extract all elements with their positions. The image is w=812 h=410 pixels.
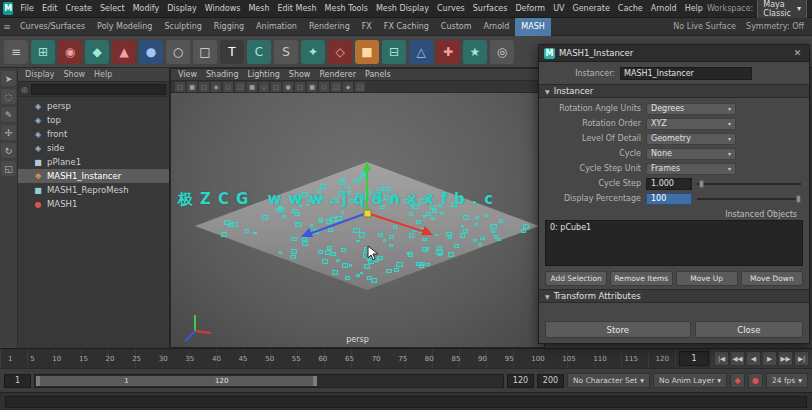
instanced-objects-list[interactable]: 0: pCube1	[545, 220, 803, 266]
viewport-toolbar-icon[interactable]: □	[295, 82, 305, 92]
outliner-item[interactable]: ❖ MASH1_Instancer	[18, 169, 169, 183]
viewport-menu-item[interactable]: Panels	[365, 69, 391, 80]
viewport-toolbar-icon[interactable]: ■	[187, 82, 197, 92]
menu-item[interactable]: Select	[96, 0, 129, 18]
scale-tool-icon[interactable]: ◱	[1, 161, 16, 176]
viewport-menu-item[interactable]: Lighting	[247, 69, 279, 80]
close-button[interactable]: Close	[695, 321, 803, 338]
close-icon[interactable]: ✕	[791, 48, 804, 58]
outliner-item[interactable]: ◈ side	[18, 141, 169, 155]
viewport-panel[interactable]: ViewShadingLightingShowRendererPanels □■…	[170, 68, 545, 348]
menu-item[interactable]: Windows	[201, 0, 245, 18]
menu-item[interactable]: Curves	[433, 0, 469, 18]
instancer-name-field[interactable]: MASH1_Instancer	[620, 67, 752, 80]
range-end-handle[interactable]	[313, 376, 317, 386]
step-back-button[interactable]: ◀◀	[730, 351, 745, 366]
range-slider[interactable]: 1 120	[34, 374, 504, 388]
attribute-control[interactable]: Geometry ▾	[646, 133, 736, 145]
step-forward-button[interactable]: ▶▶	[778, 351, 793, 366]
list-action-button[interactable]: Add Selection	[545, 271, 607, 286]
shelf-tab[interactable]: Sculpting	[158, 18, 207, 36]
mash-repro-icon[interactable]: ▲	[112, 40, 136, 64]
section-header-transform[interactable]: ▼ Transform Attributes	[539, 289, 809, 303]
move-tool-icon[interactable]: ✢	[1, 125, 16, 140]
menu-item[interactable]: Mesh Tools	[321, 0, 372, 18]
mash-time-icon[interactable]: ◎	[490, 40, 514, 64]
menu-item[interactable]: Edit	[38, 0, 62, 18]
list-action-button[interactable]: Remove Items	[610, 271, 672, 286]
viewport-menu-item[interactable]: View	[178, 69, 197, 80]
anim-layer-selector[interactable]: No Anim Layer ▾	[653, 373, 727, 388]
menu-item[interactable]: Arnold	[647, 0, 681, 18]
outliner-search-input[interactable]	[31, 84, 166, 95]
mash-network-icon[interactable]: ⊞	[31, 40, 55, 64]
lasso-tool-icon[interactable]: ◌	[1, 89, 16, 104]
go-to-end-button[interactable]: ▶|	[794, 351, 809, 366]
viewport-toolbar-icon[interactable]: □	[175, 82, 185, 92]
outliner-item[interactable]: ◈ front	[18, 127, 169, 141]
menu-item[interactable]: Generate	[568, 0, 613, 18]
mash-orient-icon[interactable]: ◇	[328, 40, 352, 64]
go-to-start-button[interactable]: |◀	[714, 351, 729, 366]
store-button[interactable]: Store	[545, 321, 691, 338]
workspace-selector[interactable]: Maya Classic ▾	[757, 0, 807, 20]
polygon-cube-icon[interactable]: □	[193, 40, 217, 64]
menu-item[interactable]: Cache	[614, 0, 647, 18]
status-toggle[interactable]: No Live Surface	[673, 22, 736, 31]
outliner-menu-item[interactable]: Display	[25, 68, 55, 81]
shelf-tab[interactable]: Arnold	[477, 18, 515, 36]
menu-item[interactable]: Surfaces	[469, 0, 512, 18]
menu-item[interactable]: Mesh	[244, 0, 273, 18]
list-action-button[interactable]: Move Down	[741, 271, 803, 286]
fps-selector[interactable]: 24 fps ▾	[766, 373, 808, 388]
viewport-toolbar-icon[interactable]: ■	[247, 82, 257, 92]
mash-world-icon[interactable]: ◉	[58, 40, 82, 64]
attribute-control[interactable]: None ▾	[646, 148, 736, 160]
mash-distribute-icon[interactable]: ◆	[85, 40, 109, 64]
shelf-tab[interactable]: Poly Modeling	[91, 18, 158, 36]
mash-color-icon[interactable]: ■	[355, 40, 379, 64]
slider-knob[interactable]	[699, 180, 704, 188]
mash-dynamics-icon[interactable]: ●	[139, 40, 163, 64]
list-action-button[interactable]: Move Up	[676, 271, 738, 286]
outliner-item[interactable]: ● MASH1	[18, 197, 169, 211]
current-frame-field[interactable]: 1	[679, 351, 709, 366]
mash-curve-icon[interactable]: S	[274, 40, 298, 64]
animation-end-field[interactable]: 200	[537, 374, 564, 388]
viewport-toolbar-icon[interactable]: ◆	[343, 82, 353, 92]
playback-end-field[interactable]: 120	[507, 374, 534, 388]
sweep-mesh-icon[interactable]: C	[247, 40, 271, 64]
select-tool-icon[interactable]: ➤	[1, 71, 16, 86]
viewport-toolbar-icon[interactable]: ○	[223, 82, 233, 92]
shelf-tab[interactable]: Curves/Surfaces	[14, 18, 91, 36]
slider-knob[interactable]	[796, 195, 801, 203]
list-item[interactable]: 0: pCube1	[546, 222, 802, 234]
shelf-tab[interactable]: FX	[356, 18, 378, 36]
animation-start-field[interactable]: 1	[4, 374, 31, 388]
play-forward-button[interactable]: ▶	[762, 351, 777, 366]
viewport-toolbar-icon[interactable]: ◉	[211, 82, 221, 92]
outliner-item[interactable]: ■ pPlane1	[18, 155, 169, 169]
shelf-menu-icon[interactable]: ≡	[4, 40, 28, 64]
time-slider[interactable]: 1510152025303540455055606570758085909510…	[0, 348, 812, 368]
attribute-control[interactable]: 100 ▾	[646, 193, 692, 205]
viewport-menu-item[interactable]: Shading	[206, 69, 239, 80]
attribute-control[interactable]: Degrees ▾	[646, 103, 736, 115]
viewport-toolbar-icon[interactable]: □	[355, 82, 365, 92]
viewport-toolbar-icon[interactable]: ○	[319, 82, 329, 92]
shelf-tab[interactable]: Rendering	[303, 18, 356, 36]
outliner-menu-item[interactable]: Show	[64, 68, 86, 81]
shelf-tab[interactable]: FX Caching	[378, 18, 435, 36]
viewport-toolbar-icon[interactable]: ◇	[259, 82, 269, 92]
ground-plane[interactable]	[195, 162, 539, 290]
polygon-sphere-icon[interactable]: ○	[166, 40, 190, 64]
menu-item[interactable]: File	[16, 0, 37, 18]
mash-random-icon[interactable]: ✚	[436, 40, 460, 64]
attribute-control[interactable]: 1.000 ▾	[646, 178, 692, 190]
attribute-control[interactable]: XYZ ▾	[646, 118, 736, 130]
shelf-menu-icon[interactable]: ≡	[0, 22, 14, 32]
attribute-slider[interactable]	[697, 198, 801, 200]
section-header-instancer[interactable]: ▼ Instancer	[539, 84, 809, 98]
shelf-tab[interactable]: Custom	[435, 18, 478, 36]
play-backwards-button[interactable]: ◀	[746, 351, 761, 366]
